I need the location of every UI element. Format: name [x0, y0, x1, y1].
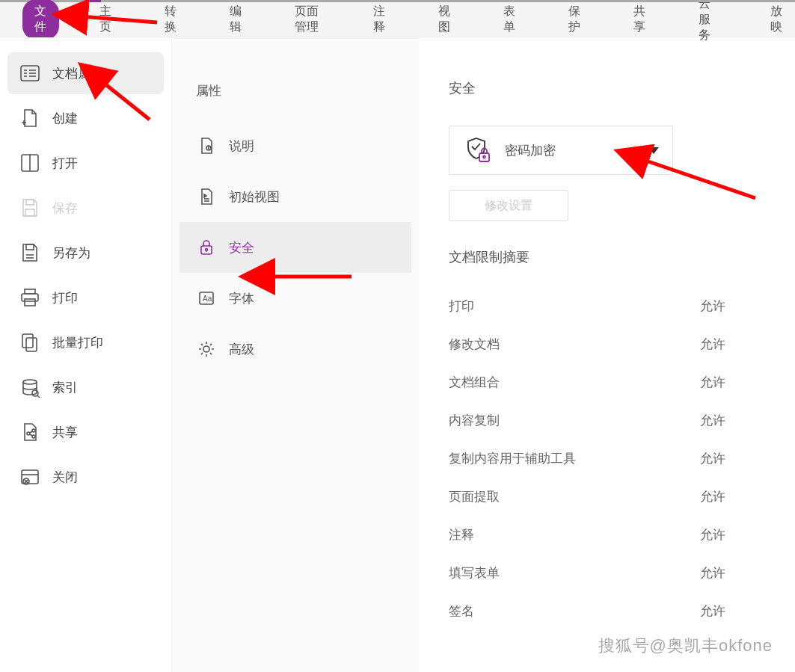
docprops-icon — [19, 63, 40, 84]
description-icon — [197, 137, 215, 155]
sidebar-item-share[interactable]: 共享 — [7, 411, 164, 453]
sidebar-item-docprops[interactable]: 文档属性 — [7, 52, 164, 94]
prop-item-fonts[interactable]: Aa 字体 — [179, 273, 411, 324]
menu-tab-present[interactable]: 放映 — [758, 0, 795, 40]
shield-lock-icon — [463, 135, 493, 165]
prop-item-security[interactable]: 安全 — [179, 222, 411, 273]
sidebar-item-label: 索引 — [52, 379, 78, 396]
encryption-dropdown[interactable]: 密码加密 — [449, 126, 673, 175]
prop-item-description[interactable]: 说明 — [179, 120, 411, 171]
restrictions-table: 打印允许 修改文档允许 文档组合允许 内容复制允许 复制内容用于辅助工具允许 页… — [449, 287, 725, 630]
svg-line-25 — [30, 431, 33, 433]
sidebar-item-close[interactable]: 关闭 — [7, 456, 164, 498]
restrict-row: 签名允许 — [449, 592, 725, 630]
sidebar-item-print[interactable]: 打印 — [7, 277, 164, 318]
svg-text:Aa: Aa — [203, 295, 212, 303]
encryption-label: 密码加密 — [505, 142, 636, 159]
restrict-row: 文档组合允许 — [449, 363, 725, 401]
svg-rect-37 — [201, 246, 212, 254]
restrict-name: 打印 — [449, 298, 474, 315]
sidebar-item-label: 打印 — [52, 289, 78, 306]
svg-point-42 — [203, 346, 209, 352]
restrict-name: 签名 — [449, 602, 474, 620]
properties-title: 属性 — [179, 82, 411, 120]
menu-tab-view[interactable]: 视图 — [426, 0, 463, 40]
menu-tab-form[interactable]: 表单 — [491, 0, 528, 40]
svg-rect-18 — [26, 338, 37, 351]
svg-rect-11 — [26, 244, 34, 250]
print-icon — [19, 287, 40, 308]
restrict-name: 修改文档 — [449, 336, 500, 353]
prop-item-label: 字体 — [229, 290, 254, 307]
sidebar-item-saveas[interactable]: 另存为 — [7, 232, 164, 274]
share-icon — [19, 422, 40, 443]
sidebar-item-label: 另存为 — [52, 244, 90, 262]
svg-point-19 — [23, 380, 37, 384]
restrict-row: 修改文档允许 — [449, 325, 725, 363]
sidebar-item-batchprint[interactable]: 批量打印 — [7, 321, 164, 363]
menu-tab-file[interactable]: 文件 — [22, 0, 59, 40]
sidebar-item-create[interactable]: 创建 — [7, 97, 164, 139]
menu-tab-pagemgr[interactable]: 页面管理 — [283, 0, 332, 40]
svg-rect-43 — [479, 153, 489, 161]
svg-line-21 — [37, 395, 40, 398]
open-icon — [19, 152, 40, 173]
restrict-name: 复制内容用于辅助工具 — [449, 450, 576, 467]
chevron-down-icon — [648, 147, 659, 154]
restrict-row: 打印允许 — [449, 287, 725, 325]
modify-settings-button[interactable]: 修改设置 — [449, 190, 568, 221]
prop-item-label: 安全 — [229, 239, 254, 256]
menu-tab-annotate[interactable]: 注释 — [361, 0, 398, 40]
restrict-value: 允许 — [700, 298, 725, 315]
restrict-value: 允许 — [700, 374, 725, 391]
restrict-name: 注释 — [449, 526, 474, 543]
restrict-value: 允许 — [700, 488, 725, 505]
prop-item-advanced[interactable]: 高级 — [179, 324, 411, 374]
sidebar-item-index[interactable]: 索引 — [7, 366, 164, 408]
prop-item-label: 高级 — [229, 341, 254, 358]
sidebar-item-label: 保存 — [52, 200, 78, 217]
prop-item-initialview[interactable]: 初始视图 — [179, 171, 411, 222]
sidebar-item-label: 关闭 — [52, 469, 78, 486]
svg-rect-17 — [22, 334, 33, 348]
prop-item-label: 初始视图 — [229, 188, 280, 206]
restrict-value: 允许 — [700, 450, 725, 467]
menu-tab-share[interactable]: 共享 — [621, 0, 658, 40]
batchprint-icon — [19, 332, 40, 353]
svg-rect-16 — [25, 299, 35, 306]
sidebar-left: 文档属性 创建 打开 保存 另存为 打印 批量打印 索引 — [0, 37, 172, 672]
sidebar-item-label: 批量打印 — [52, 334, 103, 351]
menu-tab-convert[interactable]: 转换 — [153, 0, 189, 40]
lock-icon — [197, 238, 215, 256]
menu-tab-home[interactable]: 主页 — [88, 0, 124, 40]
sidebar-item-open[interactable]: 打开 — [7, 142, 164, 184]
restrict-row: 填写表单允许 — [449, 554, 725, 592]
prop-item-label: 说明 — [229, 138, 254, 155]
svg-rect-9 — [26, 200, 34, 205]
restrict-value: 允许 — [700, 564, 725, 582]
svg-rect-27 — [22, 470, 38, 484]
restrict-name: 页面提取 — [449, 488, 500, 505]
restrict-row: 页面提取允许 — [449, 478, 725, 516]
menu-tab-edit[interactable]: 编辑 — [218, 0, 254, 40]
watermark: 搜狐号@奥凯丰okfone — [598, 635, 773, 657]
restrict-value: 允许 — [700, 336, 725, 353]
restrict-row: 复制内容用于辅助工具允许 — [449, 440, 725, 478]
sidebar-item-label: 共享 — [52, 424, 78, 441]
menu-tab-protect[interactable]: 保护 — [556, 0, 593, 40]
sidebar-item-save: 保存 — [7, 187, 164, 229]
svg-point-20 — [32, 390, 38, 396]
svg-line-26 — [30, 434, 33, 436]
index-icon — [19, 377, 40, 398]
menubar: 文件 主页 转换 编辑 页面管理 注释 视图 表单 保护 共享 云服务 放映 — [0, 2, 795, 37]
create-icon — [19, 108, 40, 129]
sidebar-item-label: 文档属性 — [52, 65, 103, 82]
initialview-icon — [197, 188, 215, 206]
security-title: 安全 — [449, 79, 765, 97]
saveas-icon — [19, 242, 40, 263]
sidebar-item-label: 打开 — [52, 155, 78, 172]
close-icon — [19, 466, 40, 487]
restrict-value: 允许 — [700, 602, 725, 620]
svg-rect-10 — [25, 209, 34, 216]
restrict-value: 允许 — [700, 526, 725, 543]
